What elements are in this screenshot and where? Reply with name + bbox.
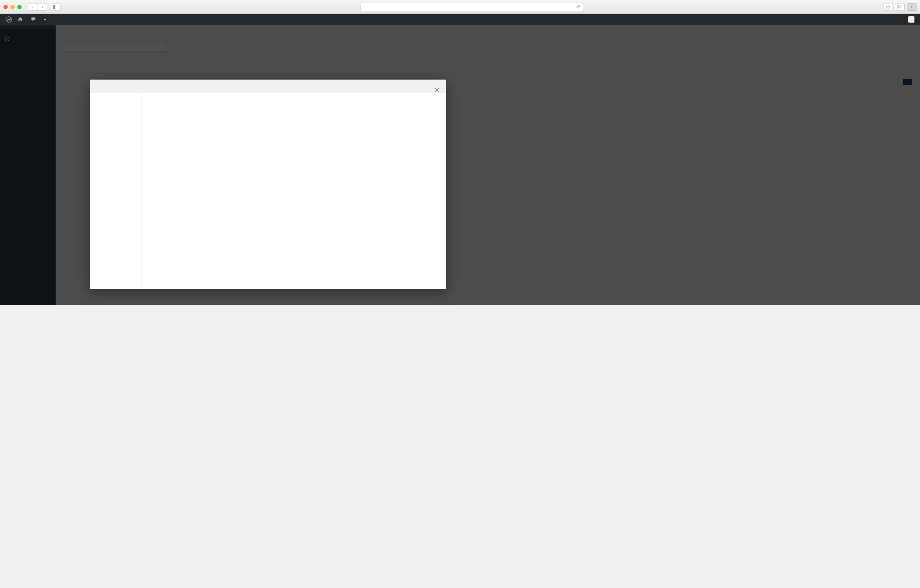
comment-icon	[31, 16, 36, 23]
wp-admin-bar: +	[0, 14, 920, 25]
url-bar[interactable]: ⟳	[361, 3, 583, 11]
traffic-lights	[3, 5, 21, 9]
sidebar-toggle-button[interactable]	[51, 3, 60, 11]
wp-body: ✕	[0, 25, 920, 305]
home-icon	[18, 16, 23, 23]
zoom-window-icon[interactable]	[18, 5, 21, 9]
svg-rect-4	[899, 5, 902, 8]
new-content-link[interactable]: +	[41, 14, 52, 25]
avatar	[908, 16, 914, 23]
modal-main	[142, 93, 446, 289]
new-tab-button[interactable]: +	[907, 3, 917, 11]
close-window-icon[interactable]	[3, 5, 8, 9]
svg-rect-3	[897, 6, 901, 9]
forward-button[interactable]: ›	[37, 3, 47, 11]
close-icon[interactable]: ✕	[434, 86, 440, 95]
minimize-window-icon[interactable]	[10, 5, 15, 9]
share-button[interactable]	[883, 3, 893, 11]
comments-link[interactable]	[28, 14, 41, 25]
reload-icon[interactable]: ⟳	[577, 4, 581, 10]
my-account-link[interactable]	[903, 14, 917, 25]
svg-rect-1	[53, 5, 55, 9]
mega-menu-modal: ✕	[90, 79, 446, 289]
back-button[interactable]: ‹	[28, 3, 37, 11]
modal-header: ✕	[90, 79, 446, 93]
right-toolbar: +	[883, 3, 917, 11]
nav-buttons: ‹ ›	[28, 3, 47, 11]
browser-chrome: ‹ › ⟳ +	[0, 0, 920, 14]
tabs-button[interactable]	[895, 3, 905, 11]
wp-logo[interactable]	[3, 14, 15, 25]
plus-icon: +	[44, 17, 47, 22]
modal-sidebar	[90, 93, 142, 289]
site-name-link[interactable]	[15, 14, 28, 25]
